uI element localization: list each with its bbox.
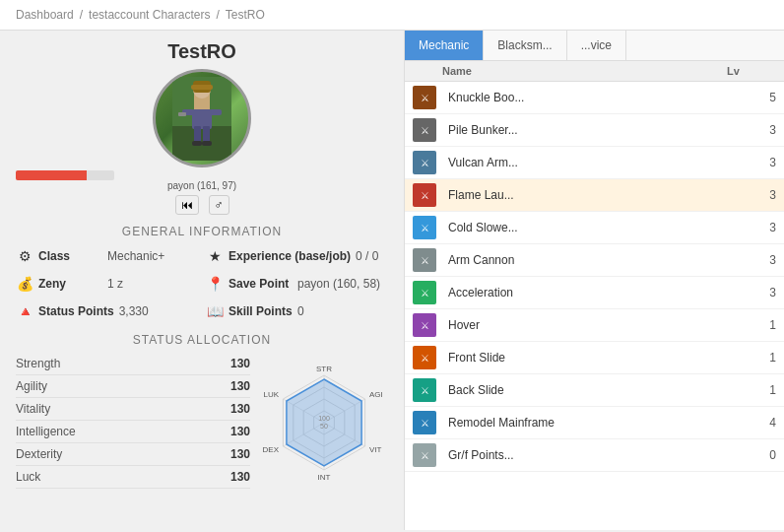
char-name: TestRO: [16, 40, 388, 63]
svg-text:50: 50: [320, 423, 328, 430]
skill-level: 4: [727, 416, 776, 430]
zeny-row: 💰 Zeny 1 z: [16, 272, 198, 296]
skill-name: Arm Cannon: [442, 253, 727, 267]
svg-text:AGI: AGI: [369, 390, 383, 399]
skill-row[interactable]: ⚔ Knuckle Boo... 5: [405, 82, 784, 114]
skill-row[interactable]: ⚔ Flame Lau... 3: [405, 179, 784, 212]
breadcrumb-dashboard[interactable]: Dashboard: [16, 8, 74, 22]
tab-device[interactable]: ...vice: [567, 31, 626, 60]
skill-row[interactable]: ⚔ Vulcan Arm... 3: [405, 147, 784, 179]
status-points-row: 🔺 Status Points 3,330: [16, 299, 198, 323]
right-panel: MechanicBlacksm......vice Name Lv ⚔ Knuc…: [404, 31, 784, 530]
skill-icon: ⚔: [413, 151, 436, 174]
radar-chart: STR AGI VIT INT DEX LUK 100 50: [260, 362, 388, 480]
skill-level: 3: [727, 188, 776, 202]
general-info-grid: ⚙ Class Mechanic+ ★ Experience (base/job…: [16, 244, 388, 323]
skill-icon: ⚔: [413, 346, 436, 369]
skill-name: Flame Lau...: [442, 188, 727, 202]
status-pts-icon: 🔺: [16, 302, 33, 320]
gender-icon[interactable]: ♂: [209, 195, 229, 215]
skill-name: Remodel Mainframe: [442, 416, 727, 430]
left-panel: TestRO: [0, 31, 404, 530]
col-icon: [413, 65, 442, 77]
skill-row[interactable]: ⚔ Arm Cannon 3: [405, 244, 784, 277]
zeny-icon: 💰: [16, 275, 33, 293]
svg-text:100: 100: [318, 415, 330, 422]
skill-name: Hover: [442, 318, 727, 332]
status-pts-value: 3,330: [119, 304, 149, 318]
skill-name: Back Slide: [442, 383, 727, 397]
skill-icon: ⚔: [413, 281, 436, 304]
skill-icon: ⚔: [413, 443, 436, 467]
stat-row-intelligence[interactable]: Intelligence130: [16, 421, 250, 443]
stat-row-vitality[interactable]: Vitality130: [16, 398, 250, 421]
exp-label: Experience (base/job): [229, 249, 351, 263]
stat-row-agility[interactable]: Agility130: [16, 375, 250, 398]
hp-bar: [16, 170, 114, 180]
svg-rect-8: [210, 109, 222, 115]
skill-row[interactable]: ⚔ Remodel Mainframe 4: [405, 407, 784, 439]
breadcrumb-characters[interactable]: testaccount Characters: [89, 8, 210, 22]
skill-row[interactable]: ⚔ Back Slide 1: [405, 374, 784, 407]
save-icon: 📍: [206, 275, 224, 293]
stat-row-luck[interactable]: Luck130: [16, 466, 250, 489]
exp-value: 0 / 0: [356, 249, 378, 263]
skill-row[interactable]: ⚔ Gr/f Points... 0: [405, 439, 784, 472]
svg-text:STR: STR: [316, 365, 332, 373]
skill-tabs: MechanicBlacksm......vice: [405, 31, 784, 61]
col-name: Name: [442, 65, 727, 77]
skill-pts-value: 0: [297, 304, 304, 318]
avatar: [153, 69, 251, 167]
skill-level: 3: [727, 123, 776, 137]
main-layout: TestRO: [0, 31, 784, 530]
char-header: TestRO: [16, 40, 388, 215]
skill-row[interactable]: ⚔ Hover 1: [405, 309, 784, 342]
skill-level: 3: [727, 156, 776, 169]
zeny-value: 1 z: [107, 277, 123, 291]
skill-level: 3: [727, 286, 776, 299]
skill-name: Gr/f Points...: [442, 448, 727, 462]
stat-row-strength[interactable]: Strength130: [16, 353, 250, 375]
skill-level: 1: [727, 383, 776, 397]
skill-icon: ⚔: [413, 378, 436, 402]
col-level: Lv: [727, 65, 776, 77]
tab-blacksmith[interactable]: Blacksm...: [484, 31, 566, 60]
skill-level: 3: [727, 221, 776, 234]
stat-row-dexterity[interactable]: Dexterity130: [16, 443, 250, 466]
skill-name: Knuckle Boo...: [442, 91, 727, 104]
skill-name: Vulcan Arm...: [442, 156, 727, 169]
breadcrumb: Dashboard / testaccount Characters / Tes…: [0, 0, 784, 31]
skill-row[interactable]: ⚔ Acceleration 3: [405, 277, 784, 309]
svg-rect-12: [192, 141, 202, 146]
stats-layout: Strength130Agility130Vitality130Intellig…: [16, 353, 388, 489]
hp-text: payon (161, 97): [16, 180, 388, 191]
skill-level: 1: [727, 351, 776, 365]
class-value: Mechanic+: [107, 249, 164, 263]
skill-row[interactable]: ⚔ Pile Bunker... 3: [405, 114, 784, 147]
skill-level: 3: [727, 253, 776, 267]
exp-icon: ★: [206, 247, 224, 265]
skills-table-header: Name Lv: [405, 61, 784, 82]
char-controls: ⏮ ♂: [16, 195, 388, 215]
skill-icon: ⚔: [413, 313, 436, 337]
tab-mechanic[interactable]: Mechanic: [405, 31, 484, 60]
skill-level: 0: [727, 448, 776, 462]
avatar-wrap: [153, 69, 251, 167]
skill-icon: ⚔: [413, 118, 436, 142]
radar-svg: STR AGI VIT INT DEX LUK 100 50: [260, 362, 388, 480]
skill-row[interactable]: ⚔ Front Slide 1: [405, 342, 784, 374]
skill-icon: ⚔: [413, 183, 436, 207]
prev-button[interactable]: ⏮: [175, 195, 199, 215]
hp-fill: [16, 170, 87, 180]
skill-icon: ⚔: [413, 86, 436, 109]
skill-pts-icon: 📖: [206, 302, 224, 320]
skills-list[interactable]: ⚔ Knuckle Boo... 5 ⚔ Pile Bunker... 3 ⚔ …: [405, 82, 784, 530]
breadcrumb-current: TestRO: [226, 8, 265, 22]
char-sprite: [172, 77, 231, 161]
skill-icon: ⚔: [413, 216, 436, 239]
skill-icon: ⚔: [413, 411, 436, 434]
skill-row[interactable]: ⚔ Cold Slowe... 3: [405, 212, 784, 244]
general-info-title: GENERAL INFORMATION: [16, 225, 388, 238]
svg-rect-13: [202, 141, 212, 146]
skill-icon: ⚔: [413, 248, 436, 272]
